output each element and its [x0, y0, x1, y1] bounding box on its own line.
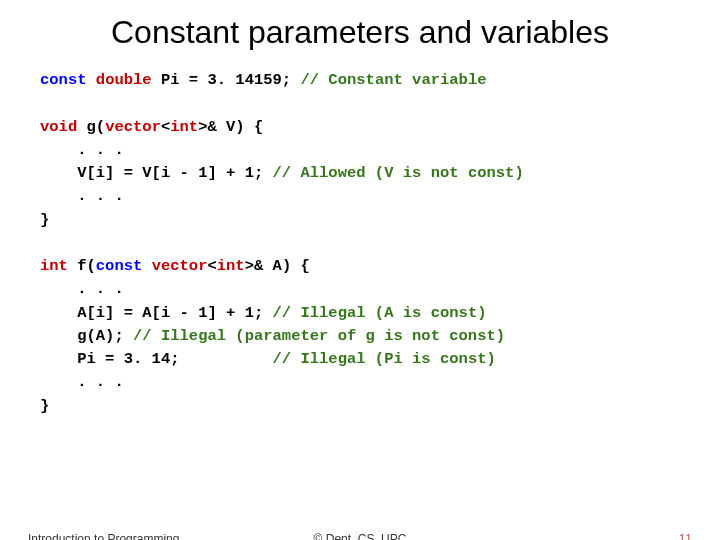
comment: // Illegal (A is const) [273, 304, 487, 322]
kw-const: const [96, 257, 143, 275]
page-number: 11 [679, 532, 692, 540]
kw-double: double [96, 71, 152, 89]
code-block: const double Pi = 3. 14159; // Constant … [40, 69, 680, 418]
comment: // Allowed (V is not const) [273, 164, 524, 182]
footer-center: © Dept. CS, UPC [0, 532, 720, 540]
comment: // Constant variable [300, 71, 486, 89]
kw-vector: vector [105, 118, 161, 136]
slide: Constant parameters and variables const … [0, 0, 720, 418]
kw-int: int [40, 257, 68, 275]
kw-void: void [40, 118, 77, 136]
comment: // Illegal (parameter of g is not const) [133, 327, 505, 345]
comment: // Illegal (Pi is const) [273, 350, 496, 368]
slide-title: Constant parameters and variables [40, 14, 680, 51]
kw-const: const [40, 71, 87, 89]
kw-int: int [217, 257, 245, 275]
kw-vector: vector [152, 257, 208, 275]
kw-int: int [170, 118, 198, 136]
